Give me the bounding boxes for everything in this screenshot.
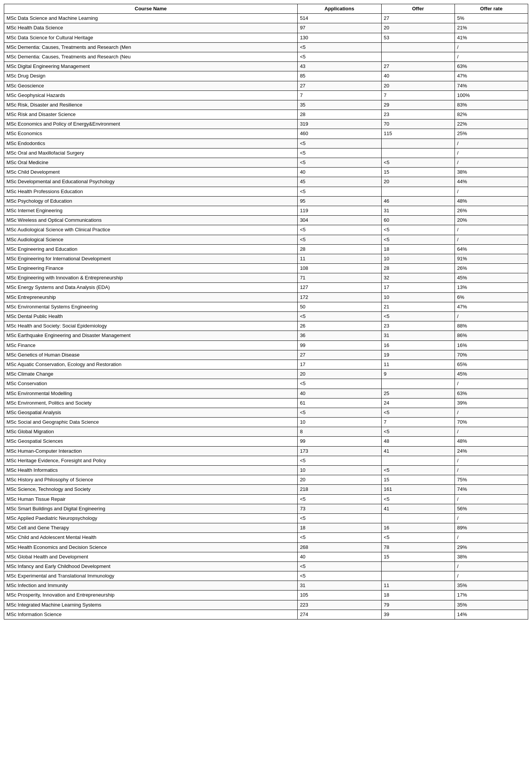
offer-cell: 70 [381, 119, 455, 129]
course-name-cell: MSc Entrepreneurship [4, 292, 298, 302]
course-name-cell: MSc Aquatic Conservation, Ecology and Re… [4, 360, 298, 369]
table-row: MSc Prosperity, Innovation and Entrepren… [4, 590, 528, 600]
course-name-cell: MSc Engineering and Education [4, 244, 298, 254]
offer-cell: <5 [381, 408, 455, 417]
offer-cell: 78 [381, 542, 455, 552]
offer-cell: <5 [381, 466, 455, 475]
applications-cell: 40 [297, 168, 381, 177]
table-row: MSc Risk and Disaster Science282382% [4, 110, 528, 119]
course-name-cell: MSc Science, Technology and Society [4, 485, 298, 494]
table-row: MSc Climate Change20945% [4, 369, 528, 379]
applications-cell: 8 [297, 427, 381, 437]
applications-cell: 61 [297, 398, 381, 408]
applications-cell: <5 [297, 148, 381, 158]
course-name-cell: MSc Social and Geographic Data Science [4, 418, 298, 427]
table-row: MSc Economics46011525% [4, 129, 528, 139]
applications-cell: <5 [297, 456, 381, 465]
course-name-cell: MSc Psychology of Education [4, 196, 298, 206]
offer-cell: 16 [381, 523, 455, 533]
course-name-cell: MSc Infancy and Early Childhood Developm… [4, 561, 298, 571]
course-name-cell: MSc Integrated Machine Learning Systems [4, 600, 298, 610]
header-offer-rate: Offer rate [455, 4, 528, 14]
course-name-cell: MSc Applied Paediatric Neuropsychology [4, 513, 298, 523]
offer-cell [381, 513, 455, 523]
applications-cell: <5 [297, 187, 381, 196]
applications-cell: <5 [297, 379, 381, 389]
offer-rate-cell: 48% [455, 437, 528, 446]
offer-cell [381, 561, 455, 571]
offer-rate-cell: 38% [455, 168, 528, 177]
offer-rate-cell: 25% [455, 129, 528, 139]
offer-cell: <5 [381, 235, 455, 244]
offer-rate-cell: 56% [455, 504, 528, 513]
offer-rate-cell: 70% [455, 350, 528, 360]
applications-cell: 31 [297, 581, 381, 590]
offer-cell: <5 [381, 158, 455, 168]
table-row: MSc Environmental Modelling402563% [4, 389, 528, 398]
offer-cell: 29 [381, 100, 455, 110]
offer-rate-cell: / [455, 427, 528, 437]
table-row: MSc Infection and Immunity311135% [4, 581, 528, 590]
offer-cell: 25 [381, 389, 455, 398]
offer-cell: 48 [381, 437, 455, 446]
applications-cell: 40 [297, 389, 381, 398]
applications-cell: 108 [297, 264, 381, 273]
applications-cell: 218 [297, 485, 381, 494]
table-row: MSc Health Informatics10<5/ [4, 466, 528, 475]
offer-rate-cell: 65% [455, 360, 528, 369]
course-name-cell: MSc Developmental and Educational Psycho… [4, 177, 298, 187]
offer-rate-cell: 47% [455, 71, 528, 81]
applications-cell: <5 [297, 533, 381, 542]
table-row: MSc Oral and Maxillofacial Surgery<5/ [4, 148, 528, 158]
offer-cell: 31 [381, 206, 455, 215]
table-row: MSc Finance991616% [4, 340, 528, 350]
applications-cell: <5 [297, 408, 381, 417]
course-name-cell: MSc Child and Adolescent Mental Health [4, 533, 298, 542]
applications-cell: 460 [297, 129, 381, 139]
applications-cell: 27 [297, 81, 381, 90]
offer-rate-cell: 91% [455, 254, 528, 263]
table-row: MSc Developmental and Educational Psycho… [4, 177, 528, 187]
course-name-cell: MSc History and Philosophy of Science [4, 475, 298, 485]
table-row: MSc Earthquake Engineering and Disaster … [4, 331, 528, 340]
applications-cell: 73 [297, 504, 381, 513]
offer-cell: 7 [381, 90, 455, 100]
applications-cell: 304 [297, 216, 381, 225]
applications-cell: 99 [297, 437, 381, 446]
offer-cell [381, 148, 455, 158]
offer-rate-cell: 6% [455, 292, 528, 302]
course-name-cell: MSc Dental Public Health [4, 312, 298, 321]
offer-rate-cell: / [455, 571, 528, 581]
offer-cell: 16 [381, 340, 455, 350]
table-row: MSc Geospatial Sciences994848% [4, 437, 528, 446]
course-name-cell: MSc Infection and Immunity [4, 581, 298, 590]
course-name-cell: MSc Earthquake Engineering and Disaster … [4, 331, 298, 340]
applications-cell: 20 [297, 369, 381, 379]
table-row: MSc Social and Geographic Data Science10… [4, 418, 528, 427]
course-name-cell: MSc Prosperity, Innovation and Entrepren… [4, 590, 298, 600]
table-row: MSc Human-Computer Interaction1734124% [4, 446, 528, 456]
offer-rate-cell: / [455, 42, 528, 52]
applications-cell: <5 [297, 139, 381, 148]
offer-rate-cell: / [455, 235, 528, 244]
table-row: MSc Engineering with Innovation & Entrep… [4, 273, 528, 283]
table-row: MSc Geospatial Analysis<5<5/ [4, 408, 528, 417]
course-name-cell: MSc Geophysical Hazards [4, 90, 298, 100]
table-row: MSc Engineering and Education281864% [4, 244, 528, 254]
course-name-cell: MSc Engineering with Innovation & Entrep… [4, 273, 298, 283]
table-row: MSc Information Science2743914% [4, 610, 528, 619]
offer-cell: 39 [381, 610, 455, 619]
offer-cell: 7 [381, 418, 455, 427]
header-course: Course Name [4, 4, 298, 14]
table-row: MSc Dementia: Causes, Treatments and Res… [4, 52, 528, 61]
course-name-cell: MSc Dementia: Causes, Treatments and Res… [4, 42, 298, 52]
table-row: MSc Data Science and Machine Learning514… [4, 14, 528, 23]
offer-rate-cell: / [455, 494, 528, 504]
table-row: MSc Child and Adolescent Mental Health<5… [4, 533, 528, 542]
offer-rate-cell: / [455, 379, 528, 389]
offer-cell: 24 [381, 398, 455, 408]
offer-cell: 28 [381, 264, 455, 273]
course-name-cell: MSc Environmental Modelling [4, 389, 298, 398]
offer-rate-cell: 16% [455, 340, 528, 350]
applications-cell: 45 [297, 177, 381, 187]
